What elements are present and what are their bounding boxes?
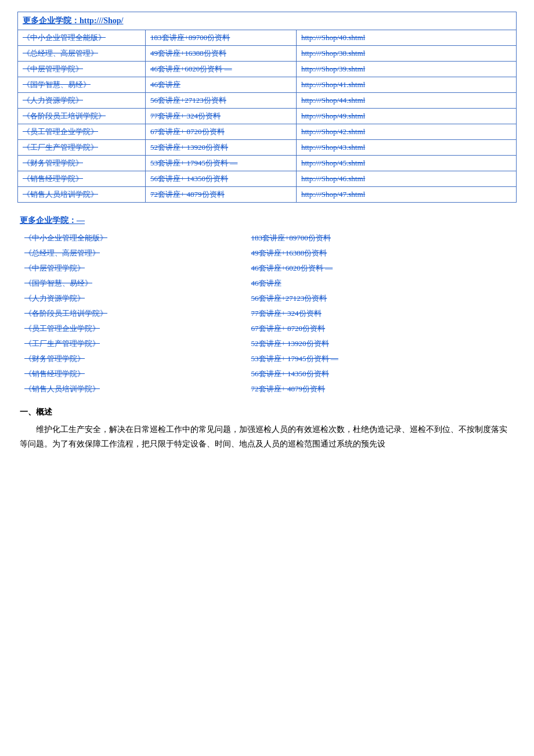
section2-col1-link[interactable]: 《人力资源学院》 bbox=[24, 294, 85, 303]
table-row: 《总经理、高层管理》49套讲座+16388份资料http:///Shop/38.… bbox=[18, 46, 517, 62]
section1-col2-link[interactable]: 56套讲座+ 14350份资料 bbox=[150, 174, 228, 183]
section2-header: 更多企业学院：— bbox=[20, 213, 514, 228]
table-row: 《员工管理企业学院》67套讲座+ 8720份资料 bbox=[20, 321, 514, 336]
section2-col2-link[interactable]: 67套讲座+ 8720份资料 bbox=[251, 324, 326, 333]
section1-col3-link[interactable]: http:///Shop/47.shtml bbox=[301, 190, 365, 199]
table-row: 《人力资源学院》56套讲座+27123份资料http:///Shop/44.sh… bbox=[18, 93, 517, 109]
section2-col2-link[interactable]: 56套讲座+ 14350份资料 bbox=[251, 369, 329, 378]
section1-col1-link[interactable]: 《销售人员培训学院》 bbox=[23, 190, 98, 199]
section2-col1-link[interactable]: 《中层管理学院》 bbox=[24, 264, 85, 272]
section1-col1-link[interactable]: 《员工管理企业学院》 bbox=[23, 127, 98, 136]
table-row: 《国学智慧、易经》46套讲座http:///Shop/41.shtml bbox=[18, 77, 517, 93]
section2-col2-link[interactable]: 72套讲座+ 4879份资料 bbox=[251, 384, 326, 393]
section2-col1-link[interactable]: 《财务管理学院》 bbox=[24, 354, 85, 363]
section1-col3-link[interactable]: http:///Shop/44.shtml bbox=[301, 96, 365, 105]
section2-col2-link[interactable]: 183套讲座+89700份资料 bbox=[251, 233, 331, 242]
section1-col1-link[interactable]: 《人力资源学院》 bbox=[23, 96, 83, 105]
table-row: 《各阶段员工培训学院》77套讲座+ 324份资料http:///Shop/49.… bbox=[18, 109, 517, 124]
table-row: 《工厂生产管理学院》52套讲座+ 13920份资料http:///Shop/43… bbox=[18, 140, 517, 156]
section2-header-text: 更多企业学院：— bbox=[20, 216, 85, 225]
table-row: 《中层管理学院》46套讲座+6020份资料 — bbox=[20, 261, 514, 276]
prose-title: 一、概述 bbox=[20, 407, 514, 417]
section2-table: 《中小企业管理全能版》183套讲座+89700份资料《总经理、高层管理》49套讲… bbox=[20, 231, 514, 397]
section1-col2-link[interactable]: 183套讲座+89700份资料 bbox=[150, 33, 230, 42]
table-row: 《员工管理企业学院》67套讲座+ 8720份资料http:///Shop/42.… bbox=[18, 124, 517, 140]
section2-col2-link[interactable]: 56套讲座+27123份资料 bbox=[251, 294, 327, 303]
table-row: 《销售人员培训学院》72套讲座+ 4879份资料http:///Shop/47.… bbox=[18, 187, 517, 203]
section1-col1-link[interactable]: 《国学智慧、易经》 bbox=[23, 80, 91, 89]
section1-col2-link[interactable]: 46套讲座 bbox=[150, 80, 181, 89]
section2-col2-link[interactable]: 46套讲座 bbox=[251, 279, 282, 287]
section1-col2-link[interactable]: 49套讲座+16388份资料 bbox=[150, 49, 226, 57]
table-row: 《中小企业管理全能版》183套讲座+89700份资料http:///Shop/4… bbox=[18, 30, 517, 46]
section1-col2-link[interactable]: 46套讲座+6020份资料 — bbox=[150, 64, 232, 73]
section2-col1-link[interactable]: 《各阶段员工培训学院》 bbox=[24, 309, 107, 318]
section2-col1-link[interactable]: 《国学智慧、易经》 bbox=[24, 279, 92, 287]
section2-col1-link[interactable]: 《中小企业管理全能版》 bbox=[24, 233, 107, 242]
section1-header[interactable]: 更多企业学院：http:///Shop/ bbox=[23, 16, 123, 25]
section1-col3-link[interactable]: http:///Shop/40.shtml bbox=[301, 33, 365, 42]
table-row: 《国学智慧、易经》46套讲座 bbox=[20, 276, 514, 291]
section1-col1-link[interactable]: 《总经理、高层管理》 bbox=[23, 49, 98, 57]
section1-col2-link[interactable]: 56套讲座+27123份资料 bbox=[150, 96, 226, 105]
section1-col3-link[interactable]: http:///Shop/41.shtml bbox=[301, 80, 365, 89]
table-row: 《财务管理学院》53套讲座+ 17945份资料 —http:///Shop/45… bbox=[18, 156, 517, 171]
table-row: 《销售人员培训学院》72套讲座+ 4879份资料 bbox=[20, 381, 514, 397]
section1-col2-link[interactable]: 67套讲座+ 8720份资料 bbox=[150, 127, 225, 136]
section1-col1-link[interactable]: 《财务管理学院》 bbox=[23, 159, 83, 167]
table-row: 《中层管理学院》46套讲座+6020份资料 —http:///Shop/39.s… bbox=[18, 62, 517, 77]
section1-col2-link[interactable]: 52套讲座+ 13920份资料 bbox=[150, 143, 228, 152]
section2-col2-link[interactable]: 77套讲座+ 324份资料 bbox=[251, 309, 322, 318]
section1-col1-link[interactable]: 《中小企业管理全能版》 bbox=[23, 33, 106, 42]
table-row: 《各阶段员工培训学院》77套讲座+ 324份资料 bbox=[20, 306, 514, 321]
table-row: 《总经理、高层管理》49套讲座+16388份资料 bbox=[20, 246, 514, 261]
section1-col2-link[interactable]: 53套讲座+ 17945份资料 — bbox=[150, 159, 237, 167]
section1-col3-link[interactable]: http:///Shop/42.shtml bbox=[301, 127, 365, 136]
prose-body: 维护化工生产安全，解决在日常巡检工作中的常见问题，加强巡检人员的有效巡检次数，杜… bbox=[20, 422, 514, 451]
section1-col1-link[interactable]: 《工厂生产管理学院》 bbox=[23, 143, 98, 152]
table-row: 《中小企业管理全能版》183套讲座+89700份资料 bbox=[20, 231, 514, 246]
section1-col1-link[interactable]: 《各阶段员工培训学院》 bbox=[23, 111, 106, 120]
section1-col3-link[interactable]: http:///Shop/43.shtml bbox=[301, 143, 365, 152]
section2-col1-link[interactable]: 《工厂生产管理学院》 bbox=[24, 339, 100, 348]
prose-section: 一、概述 维护化工生产安全，解决在日常巡检工作中的常见问题，加强巡检人员的有效巡… bbox=[17, 407, 517, 451]
table-row: 《销售经理学院》56套讲座+ 14350份资料http:///Shop/46.s… bbox=[18, 171, 517, 187]
section1-col3-link[interactable]: http:///Shop/49.shtml bbox=[301, 111, 365, 120]
table-row: 《财务管理学院》53套讲座+ 17945份资料 — bbox=[20, 351, 514, 366]
table-row: 《工厂生产管理学院》52套讲座+ 13920份资料 bbox=[20, 336, 514, 351]
section2-col2-link[interactable]: 46套讲座+6020份资料 — bbox=[251, 264, 333, 272]
section2-col1-link[interactable]: 《销售人员培训学院》 bbox=[24, 384, 100, 393]
section1-col1-link[interactable]: 《中层管理学院》 bbox=[23, 64, 83, 73]
section1-col3-link[interactable]: http:///Shop/39.shtml bbox=[301, 64, 365, 73]
section1-col3-link[interactable]: http:///Shop/46.shtml bbox=[301, 174, 365, 183]
section2-col1-link[interactable]: 《总经理、高层管理》 bbox=[24, 249, 100, 257]
table-row: 《人力资源学院》56套讲座+27123份资料 bbox=[20, 291, 514, 306]
section1-table: 更多企业学院：http:///Shop/ 《中小企业管理全能版》183套讲座+8… bbox=[17, 12, 517, 203]
section1-col1-link[interactable]: 《销售经理学院》 bbox=[23, 174, 83, 183]
section2-col2-link[interactable]: 49套讲座+16388份资料 bbox=[251, 249, 327, 257]
section2-block: 更多企业学院：— 《中小企业管理全能版》183套讲座+89700份资料《总经理、… bbox=[17, 213, 517, 397]
section1-col2-link[interactable]: 77套讲座+ 324份资料 bbox=[150, 111, 221, 120]
section2-col1-link[interactable]: 《销售经理学院》 bbox=[24, 369, 85, 378]
section2-col1-link[interactable]: 《员工管理企业学院》 bbox=[24, 324, 100, 333]
section1-col3-link[interactable]: http:///Shop/45.shtml bbox=[301, 159, 365, 167]
section2-col2-link[interactable]: 52套讲座+ 13920份资料 bbox=[251, 339, 329, 348]
section1-col2-link[interactable]: 72套讲座+ 4879份资料 bbox=[150, 190, 225, 199]
section2-col2-link[interactable]: 53套讲座+ 17945份资料 — bbox=[251, 354, 338, 363]
table-row: 《销售经理学院》56套讲座+ 14350份资料 bbox=[20, 366, 514, 381]
section1-col3-link[interactable]: http:///Shop/38.shtml bbox=[301, 49, 365, 57]
